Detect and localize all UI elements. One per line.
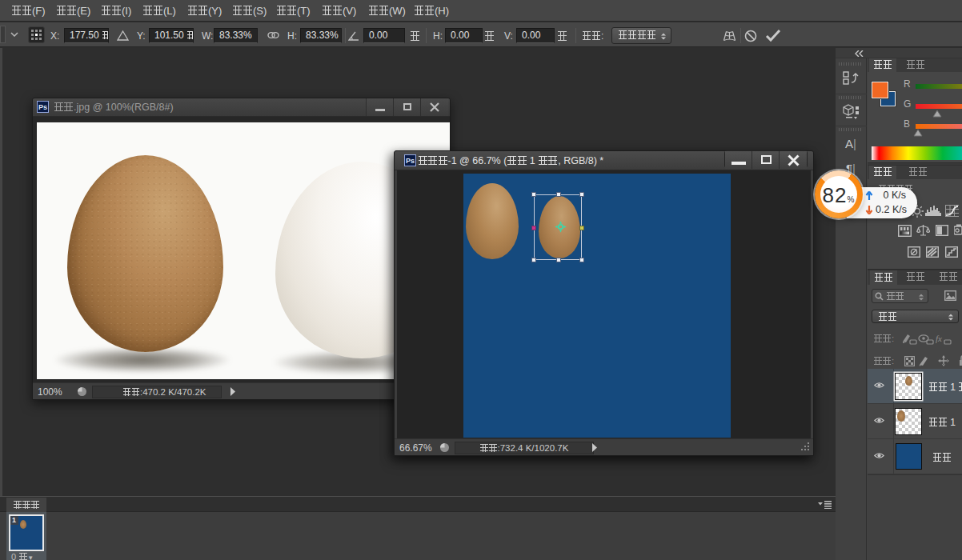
svg-text:fx: fx (936, 334, 942, 343)
